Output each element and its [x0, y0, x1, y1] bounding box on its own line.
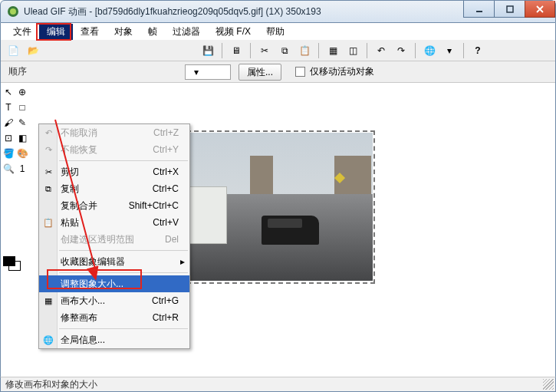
edit-dropdown: ↶不能取消Ctrl+Z↷不能恢复Ctrl+Y✂剪切Ctrl+X⧉复制Ctrl+C…	[38, 124, 190, 349]
menu-item-label: 不能恢复	[61, 143, 97, 156]
palette-tool-1[interactable]: ⊕	[16, 86, 28, 98]
menu-item-shortcut: Del	[165, 234, 179, 245]
resize-grip[interactable]	[543, 379, 554, 390]
edit-menu-不能取消: ↶不能取消Ctrl+Z	[39, 124, 189, 141]
order-combo[interactable]: ▾	[185, 64, 231, 80]
menu-item-icon: ✂	[42, 166, 54, 178]
chevron-down-icon: ▾	[194, 67, 199, 77]
menu-item-label: 全局信息...	[61, 334, 105, 347]
menu-item-shortcut: Ctrl+Z	[153, 127, 179, 138]
menu-item-shortcut: Ctrl+X	[153, 166, 179, 177]
svg-point-1	[10, 8, 16, 15]
properties-button[interactable]: 属性...	[239, 64, 281, 81]
menu-item-icon: ↶	[42, 127, 54, 139]
paste-icon[interactable]: 📋	[295, 41, 314, 60]
grid-icon[interactable]: ▦	[324, 41, 342, 60]
menu-item-label: 画布大小...	[61, 295, 105, 308]
svg-rect-2	[476, 11, 482, 12]
sequence-label: 顺序	[4, 65, 31, 78]
submenu-arrow-icon: ▸	[180, 256, 185, 267]
palette-tool-10[interactable]: 🔍	[2, 163, 15, 175]
color-swatches[interactable]	[2, 256, 28, 273]
close-button[interactable]	[525, 1, 555, 18]
edit-menu-剪切[interactable]: ✂剪切Ctrl+X	[39, 163, 189, 180]
svg-rect-3	[507, 6, 513, 12]
client-area: ↖⊕T□🖌✎⊡◧🪣🎨🔍1 17/11/ ↶不能取消Ctrl+Z↷不能恢复Ctrl…	[0, 83, 556, 392]
save-icon[interactable]: 💾	[199, 41, 217, 60]
menu-编辑[interactable]: 编辑	[39, 24, 73, 40]
window-title: Ulead GIF 动画 - [bd759d6dly1fkuahzrieog20…	[24, 5, 463, 18]
crop-icon[interactable]: ◫	[344, 41, 362, 60]
open-icon[interactable]: 📂	[24, 41, 42, 60]
new-icon[interactable]: 📄	[4, 41, 22, 60]
palette-tool-11[interactable]: 1	[16, 163, 28, 175]
preview-icon[interactable]: 🖥	[227, 41, 245, 60]
move-active-label: 仅移动活动对象	[310, 65, 374, 78]
palette-tool-8[interactable]: 🪣	[2, 147, 15, 160]
menu-item-icon: 📋	[42, 216, 54, 229]
palette-tool-7[interactable]: ◧	[16, 132, 28, 144]
menu-item-shortcut: Ctrl+R	[153, 312, 179, 323]
menu-item-icon: ▦	[42, 295, 54, 307]
titlebar: Ulead GIF 动画 - [bd759d6dly1fkuahzrieog20…	[0, 0, 556, 23]
toolbar-row-1: 📄 📂 💾 🖥 ✂ ⧉ 📋 ▦ ◫ ↶ ↷ 🌐 ▾ ?	[1, 40, 555, 61]
status-text: 修改画布和对象的大小	[5, 378, 97, 391]
help-icon[interactable]: ?	[469, 41, 487, 60]
palette-tool-2[interactable]: T	[2, 101, 15, 114]
edit-menu-全局信息[interactable]: 🌐全局信息...	[39, 331, 189, 348]
menu-item-label: 修整画布	[61, 311, 97, 324]
menu-item-label: 复制	[61, 183, 79, 196]
menu-item-shortcut: Ctrl+G	[152, 295, 179, 306]
menu-对象[interactable]: 对象	[107, 24, 140, 40]
foreground-swatch[interactable]	[3, 256, 15, 266]
palette-tool-5[interactable]: ✎	[16, 117, 28, 129]
menu-item-shortcut: Ctrl+V	[153, 217, 179, 228]
menu-视频 F/X[interactable]: 视频 F/X	[208, 24, 258, 40]
edit-menu-调整图象大小[interactable]: 调整图象大小...	[39, 275, 189, 292]
palette-tool-3[interactable]: □	[16, 101, 28, 114]
toolbar-row-2: 顺序 ▾ 属性... 仅移动活动对象	[1, 61, 555, 83]
menu-item-label: 创建选区透明范围	[61, 233, 134, 246]
minimize-button[interactable]	[463, 1, 494, 18]
cut-icon[interactable]: ✂	[255, 41, 274, 60]
edit-menu-画布大小[interactable]: ▦画布大小...Ctrl+G	[39, 292, 189, 309]
edit-menu-修整画布[interactable]: 修整画布Ctrl+R	[39, 309, 189, 326]
palette-tool-6[interactable]: ⊡	[2, 132, 15, 144]
toolbar-area: 📄 📂 💾 🖥 ✂ ⧉ 📋 ▦ ◫ ↶ ↷ 🌐 ▾ ? 顺序 ▾ 属性... 仅…	[0, 40, 556, 83]
palette-tool-4[interactable]: 🖌	[2, 117, 15, 129]
edit-menu-创建选区透明范围: 创建选区透明范围Del	[39, 231, 189, 248]
menu-item-icon: 🌐	[42, 334, 54, 346]
redo-icon[interactable]: ↷	[392, 41, 410, 60]
menu-item-icon: ↷	[42, 143, 54, 156]
undo-icon[interactable]: ↶	[372, 41, 390, 60]
palette-tool-9[interactable]: 🎨	[16, 147, 28, 160]
menu-文件[interactable]: 文件	[5, 24, 39, 40]
menubar: 文件编辑查看对象帧过滤器视频 F/X帮助	[0, 23, 556, 40]
edit-menu-复制合并[interactable]: 复制合并Shift+Ctrl+C	[39, 197, 189, 214]
move-active-checkbox[interactable]	[295, 67, 305, 77]
edit-menu-粘贴[interactable]: 📋粘贴Ctrl+V	[39, 214, 189, 231]
menu-查看[interactable]: 查看	[73, 24, 107, 40]
menu-item-label: 粘贴	[61, 216, 79, 229]
menu-帮助[interactable]: 帮助	[258, 24, 292, 40]
menu-item-shortcut: Ctrl+Y	[153, 144, 179, 155]
window-buttons	[463, 1, 555, 22]
copy-icon[interactable]: ⧉	[275, 41, 294, 60]
menu-item-shortcut: Shift+Ctrl+C	[129, 200, 179, 211]
dropdown-icon[interactable]: ▾	[440, 41, 459, 60]
edit-menu-收藏图象编辑器[interactable]: 收藏图象编辑器▸	[39, 253, 189, 270]
menu-item-label: 不能取消	[61, 127, 97, 140]
app-icon	[7, 5, 19, 18]
maximize-button[interactable]	[494, 1, 525, 18]
browser-icon[interactable]: 🌐	[420, 41, 439, 60]
statusbar: 修改画布和对象的大小	[0, 377, 556, 392]
menu-item-icon: ⧉	[42, 183, 54, 195]
menu-过滤器[interactable]: 过滤器	[165, 24, 208, 40]
menu-item-shortcut: Ctrl+C	[153, 183, 179, 194]
menu-帧[interactable]: 帧	[140, 24, 165, 40]
palette-tool-0[interactable]: ↖	[2, 86, 15, 98]
edit-menu-复制[interactable]: ⧉复制Ctrl+C	[39, 180, 189, 197]
tool-palette: ↖⊕T□🖌✎⊡◧🪣🎨🔍1	[2, 83, 30, 175]
